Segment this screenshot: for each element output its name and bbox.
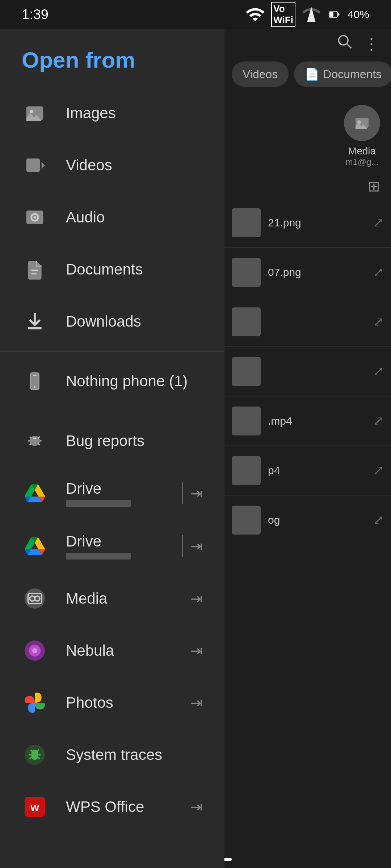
drive1-arrow[interactable]: ⇥: [190, 485, 203, 502]
media-thumb-group: Media m1@g...: [344, 105, 380, 167]
media-label: Media: [66, 590, 190, 607]
media-card-sub: m1@g...: [345, 157, 378, 167]
battery-percent: 40%: [348, 8, 369, 21]
svg-point-15: [34, 386, 36, 388]
wps-icon: W: [22, 794, 48, 820]
drawer-item-wps-office[interactable]: W WPS Office ⇥: [0, 781, 224, 833]
file-row-4[interactable]: ⤢: [224, 347, 391, 396]
file-thumb-2: [232, 258, 261, 287]
file-list: 21.png ⤢ 07.png ⤢ ⤢ ⤢ .mp4 ⤢: [224, 198, 391, 545]
drawer-item-images[interactable]: Images: [0, 87, 224, 139]
drive1-name: Drive: [66, 480, 182, 497]
tab-documents[interactable]: 📄 Documents: [294, 61, 391, 87]
divider-2: [0, 411, 224, 411]
svg-rect-5: [26, 158, 40, 172]
system-traces-icon: [22, 742, 48, 768]
file-thumb-3: [232, 307, 261, 336]
drawer-item-media[interactable]: Media ⇥: [0, 573, 224, 625]
svg-line-22: [38, 443, 40, 445]
file-name-2: 07.png: [268, 266, 373, 278]
tab-videos[interactable]: Videos: [232, 61, 289, 87]
file-name-5: .mp4: [268, 415, 373, 427]
search-icon[interactable]: [337, 34, 353, 53]
drawer-item-documents[interactable]: Documents: [0, 243, 224, 295]
file-name-1: 21.png: [268, 217, 373, 229]
file-row-2[interactable]: 07.png ⤢: [224, 248, 391, 297]
file-row-7[interactable]: og ⤢: [224, 495, 391, 545]
drive2-divider: [182, 535, 183, 557]
phone-icon: [22, 368, 48, 394]
drive1-content: Drive: [66, 480, 182, 507]
media-card-label: Media: [348, 145, 376, 157]
media-icon: [22, 586, 48, 612]
file-row-3[interactable]: ⤢: [224, 297, 391, 347]
downloads-label: Downloads: [66, 313, 203, 330]
status-time: 1:39: [22, 7, 49, 22]
drawer-item-drive1[interactable]: Drive ⇥: [0, 467, 224, 520]
expand-icon-2[interactable]: ⤢: [373, 265, 384, 280]
grid-icon[interactable]: ⊞: [368, 178, 380, 195]
drawer-item-photos[interactable]: Photos ⇥: [0, 677, 224, 729]
file-name-6: p4: [268, 464, 373, 477]
drawer-title: Open from: [0, 29, 224, 87]
svg-rect-2: [338, 13, 340, 16]
images-label: Images: [66, 105, 203, 122]
document-icon: [22, 256, 48, 282]
nebula-icon: [22, 638, 48, 664]
drawer-item-audio[interactable]: Audio: [0, 191, 224, 243]
expand-icon-3[interactable]: ⤢: [373, 314, 384, 329]
drawer-item-phone[interactable]: Nothing phone (1): [0, 355, 224, 407]
file-thumb-1: [232, 208, 261, 237]
doc-tab-icon: 📄: [305, 67, 319, 81]
file-row-5[interactable]: .mp4 ⤢: [224, 396, 391, 446]
svg-line-17: [30, 437, 31, 438]
photos-label: Photos: [66, 694, 190, 711]
expand-icon-5[interactable]: ⤢: [373, 413, 384, 429]
more-icon[interactable]: ⋮: [363, 34, 380, 53]
nebula-label: Nebula: [66, 642, 190, 659]
drawer-item-bug-reports[interactable]: Bug reports: [0, 415, 224, 467]
drawer: Open from Images Videos: [0, 29, 224, 868]
expand-icon-1[interactable]: ⤢: [373, 215, 384, 230]
tab-videos-label: Videos: [243, 68, 278, 81]
svg-line-42: [347, 44, 352, 48]
divider-1: [0, 351, 224, 352]
svg-point-4: [30, 110, 33, 113]
drawer-item-drive2[interactable]: Drive ⇥: [0, 520, 224, 573]
expand-icon-6[interactable]: ⤢: [373, 463, 384, 478]
audio-label: Audio: [66, 209, 203, 226]
file-row-6[interactable]: p4 ⤢: [224, 446, 391, 495]
file-row-1[interactable]: 21.png ⤢: [224, 198, 391, 248]
battery-icon: [327, 8, 342, 21]
drawer-item-downloads[interactable]: Downloads: [0, 295, 224, 348]
signal-icon: [301, 4, 321, 25]
gdrive-icon-1: [22, 480, 48, 506]
file-thumb-6: [232, 456, 261, 485]
system-traces-label: System traces: [66, 746, 203, 763]
image-icon: [22, 100, 48, 126]
file-thumb-5: [232, 407, 261, 435]
expand-icon-4[interactable]: ⤢: [373, 364, 384, 379]
videos-label: Videos: [66, 157, 203, 174]
file-name-7: og: [268, 514, 373, 526]
expand-icon-7[interactable]: ⤢: [373, 512, 384, 528]
main-container: Open from Images Videos: [0, 29, 391, 868]
wps-arrow[interactable]: ⇥: [190, 799, 203, 815]
svg-text:W: W: [30, 803, 39, 813]
svg-point-41: [339, 36, 348, 45]
drawer-item-system-traces[interactable]: System traces: [0, 729, 224, 781]
drive2-arrow[interactable]: ⇥: [190, 538, 203, 554]
video-icon: [22, 152, 48, 178]
media-arrow[interactable]: ⇥: [190, 590, 203, 607]
nothing-phone-label: Nothing phone (1): [66, 373, 203, 390]
drawer-item-videos[interactable]: Videos: [0, 139, 224, 191]
svg-line-21: [30, 443, 31, 445]
drawer-item-nebula[interactable]: Nebula ⇥: [0, 625, 224, 677]
photos-arrow[interactable]: ⇥: [190, 694, 203, 711]
file-thumb-7: [232, 506, 261, 535]
nebula-arrow[interactable]: ⇥: [190, 642, 203, 659]
svg-line-18: [38, 437, 40, 438]
download-icon: [22, 309, 48, 335]
svg-point-44: [357, 120, 361, 124]
drive2-sub: [66, 553, 131, 559]
